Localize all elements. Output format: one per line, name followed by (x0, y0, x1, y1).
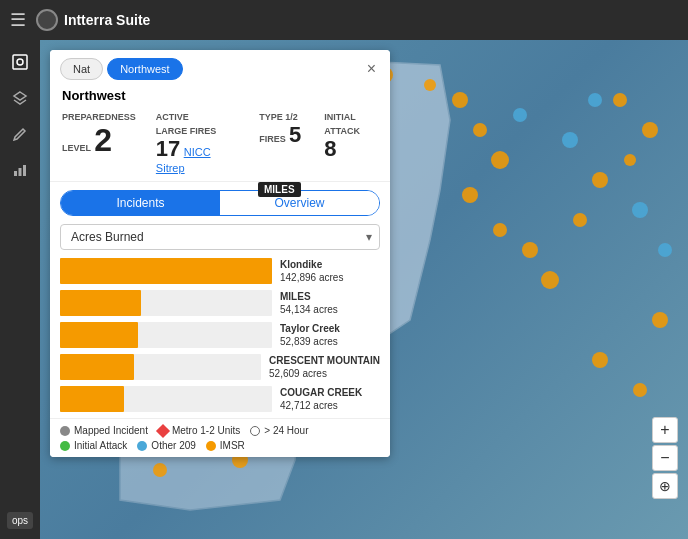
legend-initial-attack-label: Initial Attack (74, 440, 127, 451)
svg-point-34 (652, 312, 668, 328)
toolbar-edit-btn[interactable] (6, 120, 34, 148)
app-title: Intterra Suite (64, 12, 150, 28)
bar-container (60, 354, 261, 380)
svg-rect-0 (13, 55, 27, 69)
svg-point-20 (522, 242, 538, 258)
bar-row[interactable]: CRESCENT MOUNTAIN 52,609 acres (60, 354, 380, 380)
incidents-overview-toggle: Incidents Overview (60, 190, 380, 216)
toolbar-map-btn[interactable] (6, 48, 34, 76)
bar-acres: 54,134 acres (280, 304, 338, 315)
svg-point-19 (493, 223, 507, 237)
panel-tabs: Nat Northwest × (50, 50, 390, 80)
bar-fill (60, 354, 134, 380)
legend-initial-attack: Initial Attack (60, 440, 127, 451)
bar-acres: 52,609 acres (269, 368, 327, 379)
svg-point-38 (588, 93, 602, 107)
initial-attack-value: 8 (324, 136, 336, 161)
bar-row[interactable]: MILES 54,134 acres (60, 290, 380, 316)
svg-point-14 (424, 79, 436, 91)
zoom-in-button[interactable]: + (652, 417, 678, 443)
bar-acres: 42,712 acres (280, 400, 338, 411)
metro-units-icon (156, 424, 170, 438)
initial-attack-label: InitialAttack (324, 112, 360, 136)
prep-level-group: PREPAREDNESSLEVEL 2 (62, 109, 136, 158)
active-fires-value: 17 (156, 136, 180, 161)
bar-label: Taylor Creek 52,839 acres (280, 322, 380, 348)
zoom-out-button[interactable]: − (652, 445, 678, 471)
active-fires-label: ActiveLarge Fires (156, 112, 217, 136)
legend-over-24h: > 24 Hour (250, 425, 308, 436)
bar-acres: 142,896 acres (280, 272, 343, 283)
svg-point-32 (592, 352, 608, 368)
bar-container (60, 290, 272, 316)
legend-metro-label: Metro 1-2 Units (172, 425, 240, 436)
svg-point-26 (613, 93, 627, 107)
svg-rect-2 (14, 171, 17, 176)
toolbar-layers-btn[interactable] (6, 84, 34, 112)
topbar: ☰ Intterra Suite (0, 0, 688, 40)
svg-point-18 (462, 187, 478, 203)
panel-header: Northwest PREPAREDNESSLEVEL 2 ActiveLarg… (50, 80, 390, 182)
bar-row[interactable]: COUGAR CREEK 42,712 acres (60, 386, 380, 412)
region-title: Northwest (62, 88, 378, 103)
legend-imsr: IMSR (206, 440, 245, 451)
svg-point-37 (562, 132, 578, 148)
bar-fill (60, 258, 272, 284)
svg-point-39 (632, 202, 648, 218)
prep-level-value: 2 (94, 122, 112, 158)
bar-fill (60, 290, 141, 316)
legend-metro-units: Metro 1-2 Units (158, 425, 240, 436)
svg-point-16 (473, 123, 487, 137)
bar-acres: 52,839 acres (280, 336, 338, 347)
bar-label: COUGAR CREEK 42,712 acres (280, 386, 380, 412)
close-button[interactable]: × (363, 58, 380, 80)
svg-point-33 (633, 383, 647, 397)
toolbar-chart-btn[interactable] (6, 156, 34, 184)
bar-fill (60, 386, 124, 412)
panel-stats: PREPAREDNESSLEVEL 2 ActiveLarge Fires 17… (62, 109, 378, 175)
tab-northwest[interactable]: Northwest (107, 58, 183, 80)
svg-point-23 (592, 172, 608, 188)
bar-row[interactable]: Klondike 142,896 acres (60, 258, 380, 284)
legend: Mapped Incident Metro 1-2 Units > 24 Hou… (50, 418, 390, 457)
svg-point-24 (624, 154, 636, 166)
active-fires-group: ActiveLarge Fires 17 NICC Sitrep (156, 109, 241, 175)
ops-label[interactable]: ops (7, 512, 33, 529)
over-24h-icon (250, 426, 260, 436)
legend-mapped-incident: Mapped Incident (60, 425, 148, 436)
mapped-incident-icon (60, 426, 70, 436)
incidents-button[interactable]: Incidents (61, 191, 220, 215)
legend-other-209-label: Other 209 (151, 440, 195, 451)
menu-icon[interactable]: ☰ (10, 9, 26, 31)
svg-point-40 (658, 243, 672, 257)
map-controls: + − ⊕ (652, 417, 678, 499)
bar-label: CRESCENT MOUNTAIN 52,609 acres (269, 354, 380, 380)
initial-attack-icon (60, 441, 70, 451)
svg-point-25 (642, 122, 658, 138)
legend-mapped-label: Mapped Incident (74, 425, 148, 436)
type-fires-value: 5 (289, 122, 301, 147)
svg-point-22 (573, 213, 587, 227)
svg-point-30 (153, 463, 167, 477)
logo-circle (36, 9, 58, 31)
tab-national[interactable]: Nat (60, 58, 103, 80)
svg-point-17 (491, 151, 509, 169)
svg-point-1 (17, 59, 23, 65)
bar-label: MILES 54,134 acres (280, 290, 380, 316)
initial-attack-group: InitialAttack 8 (324, 109, 360, 161)
imsr-icon (206, 441, 216, 451)
bar-name: MILES (280, 290, 380, 303)
svg-point-15 (452, 92, 468, 108)
bar-name: Taylor Creek (280, 322, 380, 335)
panel: Nat Northwest × Northwest PREPAREDNESSLE… (50, 50, 390, 457)
bar-row[interactable]: Taylor Creek 52,839 acres (60, 322, 380, 348)
locate-button[interactable]: ⊕ (652, 473, 678, 499)
bar-name: Klondike (280, 258, 380, 271)
acres-burned-dropdown[interactable]: Acres Burned (60, 224, 380, 250)
bar-fill (60, 322, 138, 348)
bar-container (60, 258, 272, 284)
app-logo: Intterra Suite (36, 9, 150, 31)
svg-point-36 (513, 108, 527, 122)
svg-rect-3 (19, 168, 22, 176)
other-209-icon (137, 441, 147, 451)
